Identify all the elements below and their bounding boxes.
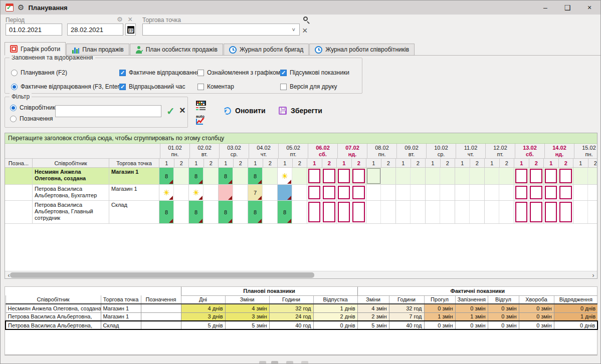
period-gear-icon[interactable]: ⚙ (117, 16, 123, 23)
scroll-right-icon[interactable]: › (589, 271, 597, 279)
slot-header[interactable]: 1 (396, 159, 411, 167)
schedule-cell[interactable] (514, 168, 529, 184)
summary-row[interactable]: Несмиян Анжела Олеговна, созданаМагазин … (6, 304, 597, 312)
schedule-cell[interactable]: ☀ (189, 185, 204, 200)
day-column-header[interactable]: 08.02пн. (367, 144, 397, 158)
slot-header[interactable]: 2 (293, 159, 308, 167)
slot-header[interactable]: 2 (322, 159, 337, 167)
tab-sales-plan[interactable]: План продажів (66, 44, 129, 56)
save-button[interactable]: Зберегти (279, 107, 322, 115)
schedule-cell[interactable] (529, 185, 543, 200)
schedule-cell[interactable] (455, 201, 470, 223)
schedule-cell[interactable] (544, 185, 558, 200)
schedule-cell[interactable] (426, 185, 440, 200)
summary-column-header[interactable]: Позначення (141, 295, 181, 304)
auto-chart-icon[interactable]: auto (195, 114, 207, 126)
scrollbar-thumb[interactable] (10, 272, 314, 278)
slot-header[interactable]: 1 (544, 159, 559, 167)
summary-column-header[interactable]: Години (389, 295, 424, 304)
schedule-cell[interactable] (440, 168, 455, 184)
schedule-cell[interactable] (263, 201, 277, 223)
mark-column-header[interactable]: Позна... (5, 159, 33, 167)
schedule-cell[interactable]: 8 (189, 168, 204, 184)
schedule-cell[interactable] (588, 185, 597, 200)
schedule-cell[interactable] (411, 201, 425, 223)
day-column-header[interactable]: 01.02пн. (160, 144, 190, 158)
schedule-cell[interactable] (307, 185, 322, 200)
schedule-cell[interactable] (588, 168, 597, 184)
day-column-header[interactable]: 14.02нд. (545, 144, 574, 158)
slot-header[interactable]: 1 (189, 159, 204, 167)
employee-column-header[interactable]: Співробітник (33, 159, 109, 167)
day-column-header[interactable]: 07.02нд. (338, 144, 367, 158)
summary-row[interactable]: Петрова Василиса Альбертовна,Склад5 днів… (6, 321, 597, 329)
slot-header[interactable]: 2 (529, 159, 544, 167)
schedule-cell[interactable] (573, 168, 588, 184)
summary-column-header[interactable]: Години (269, 295, 313, 304)
filter-clear-button[interactable]: × (179, 106, 185, 115)
slot-header[interactable]: 1 (159, 159, 174, 167)
schedule-cell[interactable] (233, 201, 248, 223)
schedule-cell[interactable]: 8 (159, 168, 174, 184)
schedule-cell[interactable] (263, 185, 277, 200)
schedule-cell[interactable] (396, 201, 411, 223)
tab-work-schedule[interactable]: Графік роботи (5, 42, 66, 56)
tab-employee-work-journal[interactable]: Журнал роботи співробітників (309, 44, 415, 56)
day-column-header[interactable]: 15.02пн. (574, 144, 597, 158)
close-button[interactable]: × (578, 1, 600, 15)
schedule-cell[interactable] (322, 168, 336, 184)
checkbox-schedule-familiarization[interactable]: Ознайомлення з графіком (197, 69, 280, 76)
trade-point-clear-icon[interactable]: × (302, 27, 308, 35)
slot-header[interactable]: 2 (381, 159, 396, 167)
slot-header[interactable]: 1 (248, 159, 263, 167)
trade-point-combobox[interactable]: ˅ (142, 24, 300, 36)
schedule-cell[interactable] (499, 185, 514, 200)
slot-header[interactable]: 1 (514, 159, 529, 167)
slot-header[interactable]: 1 (455, 159, 470, 167)
filter-input[interactable] (55, 105, 161, 117)
group-by-bar[interactable]: Перетащите заголовок столбца сюда, чтобы… (5, 133, 597, 144)
filter-apply-button[interactable]: ✓ (166, 105, 175, 117)
radio-filter-mark[interactable]: Позначення (10, 115, 53, 122)
schedule-cell[interactable] (322, 185, 336, 200)
schedule-cell[interactable] (558, 185, 573, 200)
schedule-cell[interactable] (204, 185, 218, 200)
schedule-cell[interactable]: 8 (189, 201, 204, 223)
schedule-cell[interactable] (233, 168, 248, 184)
checkbox-actual-work[interactable]: Фактичне відпрацювання (119, 69, 199, 76)
summary-column-header[interactable]: Відрядження (554, 295, 597, 304)
schedule-cell[interactable] (588, 201, 597, 223)
slot-header[interactable]: 2 (204, 159, 219, 167)
schedule-cell[interactable] (455, 185, 470, 200)
schedule-cell[interactable] (366, 168, 381, 184)
schedule-cell[interactable]: 8 (219, 168, 233, 184)
day-column-header[interactable]: 02.02вт. (190, 144, 220, 158)
checkbox-print-version[interactable]: Версія для друку (280, 83, 337, 90)
summary-row[interactable]: Петрова Василиса Альбертовна,Магазин 13 … (6, 312, 597, 321)
schedule-cell[interactable]: 8 (159, 201, 174, 223)
search-icon[interactable] (303, 17, 308, 21)
schedule-cell[interactable] (366, 201, 381, 223)
schedule-cell[interactable] (322, 201, 336, 223)
slot-header[interactable]: 2 (174, 159, 189, 167)
maximize-button[interactable]: ❑ (556, 1, 578, 15)
schedule-cell[interactable] (292, 185, 307, 200)
minimize-button[interactable]: – (534, 1, 556, 15)
schedule-cell[interactable] (233, 185, 248, 200)
summary-column-header[interactable]: Зміни (225, 295, 269, 304)
schedule-cell[interactable] (278, 185, 292, 200)
schedule-cell[interactable]: 7 (248, 185, 263, 200)
slot-header[interactable]: 2 (234, 159, 249, 167)
slot-header[interactable]: 1 (426, 159, 441, 167)
schedule-cell[interactable] (573, 201, 588, 223)
slot-header[interactable]: 2 (263, 159, 278, 167)
radio-filter-employee[interactable]: Співробітник (10, 104, 55, 111)
slot-header[interactable]: 2 (441, 159, 456, 167)
slot-header[interactable]: 2 (500, 159, 515, 167)
schedule-cell[interactable]: 8 (278, 201, 292, 223)
horizontal-scrollbar[interactable]: ‹ › (5, 271, 597, 278)
schedule-cell[interactable] (351, 201, 366, 223)
day-column-header[interactable]: 12.02пт. (486, 144, 515, 158)
schedule-cell[interactable] (514, 201, 529, 223)
checkbox-worked-time[interactable]: Відпрацьований час (119, 83, 185, 90)
